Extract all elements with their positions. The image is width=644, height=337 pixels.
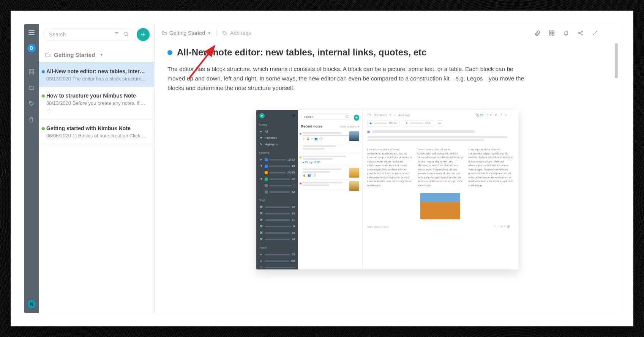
new-note-button[interactable]: +: [137, 28, 150, 41]
note-item-title: How to structure your Nimbus Note: [46, 93, 147, 99]
svg-line-27: [347, 117, 348, 118]
note-content: All-New note editor: new tables, interna…: [155, 42, 620, 313]
emb-view-options: View options ▾: [339, 125, 359, 128]
more-icon[interactable]: [606, 30, 613, 36]
svg-rect-3: [32, 72, 34, 74]
attachment-icon[interactable]: [534, 30, 541, 36]
expand-icon[interactable]: [592, 30, 598, 36]
note-list-item[interactable]: Getting started with Nimbus Note06/06/20…: [39, 120, 154, 144]
dashboard-icon[interactable]: [28, 68, 35, 75]
chevron-down-icon: ▼: [207, 31, 211, 35]
tag-icon[interactable]: [28, 100, 35, 107]
note-item-title: Getting started with Nimbus Note: [46, 125, 147, 131]
add-tags-button[interactable]: Add tags: [222, 30, 251, 36]
svg-rect-1: [32, 69, 34, 71]
emb-notes-label: Notes: [259, 123, 295, 126]
emb-avatar: P: [259, 113, 265, 118]
note-list: All-New note editor: new tables, interna…: [39, 63, 154, 313]
emb-recent-label: Recent notes: [301, 124, 323, 128]
share-icon[interactable]: [577, 30, 584, 36]
search-input[interactable]: [49, 31, 111, 38]
svg-line-9: [127, 35, 128, 36]
note-item-meta: 06/06/2020 1) Basics of note creation Cl…: [46, 133, 147, 139]
note-topbar: Getting Started ▼ Add tags: [155, 24, 620, 42]
svg-rect-0: [29, 69, 31, 71]
left-rail: D N: [24, 24, 39, 313]
embedded-screenshot: P Notes ▸All ♥Favorites ✎Highlights Fold…: [256, 110, 518, 269]
svg-line-18: [579, 32, 581, 33]
svg-point-16: [582, 31, 583, 32]
svg-rect-2: [29, 72, 31, 74]
note-item-meta: 08/13/2020 The editor has a block struct…: [46, 76, 147, 82]
note-color-dot: [42, 127, 45, 130]
svg-rect-11: [549, 31, 551, 33]
svg-line-19: [579, 33, 581, 35]
svg-point-15: [579, 33, 580, 34]
workspace-avatar[interactable]: D: [27, 44, 36, 52]
add-tags-label: Add tags: [230, 30, 251, 36]
emb-add-button: +: [354, 115, 359, 121]
svg-rect-12: [552, 31, 554, 33]
search-field[interactable]: [43, 28, 133, 41]
divider: [216, 30, 217, 36]
emb-search-input: [304, 115, 344, 118]
scrollbar[interactable]: [615, 43, 619, 309]
app-window: D N: [24, 24, 620, 313]
breadcrumb-folder[interactable]: Getting Started ▼: [161, 30, 211, 36]
svg-point-4: [30, 102, 31, 103]
note-item-meta: 08/13/2020 Before you create any notes, …: [46, 100, 147, 106]
note-list-item[interactable]: How to structure your Nimbus Note08/13/2…: [39, 87, 154, 120]
note-color-dot: [42, 70, 45, 73]
grid-icon[interactable]: [548, 30, 555, 36]
note-sidebar: + Getting Started ▼ All-New note editor:…: [39, 24, 155, 313]
search-icon[interactable]: [123, 31, 129, 38]
menu-icon[interactable]: [28, 30, 35, 35]
svg-point-10: [224, 31, 224, 32]
note-item-title: All-New note editor: new tables, interna…: [46, 68, 147, 74]
svg-point-26: [346, 115, 348, 118]
svg-point-23: [609, 33, 610, 33]
svg-point-24: [611, 33, 612, 33]
svg-point-17: [582, 34, 583, 35]
main-pane: Getting Started ▼ Add tags: [155, 24, 620, 313]
breadcrumb-label: Getting Started: [169, 30, 205, 36]
emb-toggle-icon: [292, 114, 295, 117]
app-logo: N: [27, 300, 36, 308]
svg-point-22: [607, 33, 608, 33]
bell-icon[interactable]: [563, 30, 570, 36]
folder-header[interactable]: Getting Started ▼: [39, 46, 154, 63]
note-color-dot: [42, 94, 45, 98]
note-title[interactable]: All-New note editor: new tables, interna…: [177, 47, 426, 58]
filter-icon[interactable]: [114, 31, 119, 38]
folder-name: Getting Started: [54, 52, 95, 58]
chevron-down-icon: ▼: [99, 53, 103, 57]
note-list-item[interactable]: All-New note editor: new tables, interna…: [39, 63, 154, 87]
svg-point-8: [124, 32, 128, 35]
note-color-dot: [167, 50, 172, 55]
folder-icon[interactable]: [28, 84, 35, 91]
trash-icon[interactable]: [28, 116, 35, 123]
note-body[interactable]: The editor has a block structure, which …: [167, 65, 532, 93]
emb-image: [420, 193, 460, 219]
svg-rect-14: [552, 33, 554, 35]
svg-rect-13: [549, 33, 551, 35]
heart-icon[interactable]: ♡: [46, 108, 147, 114]
